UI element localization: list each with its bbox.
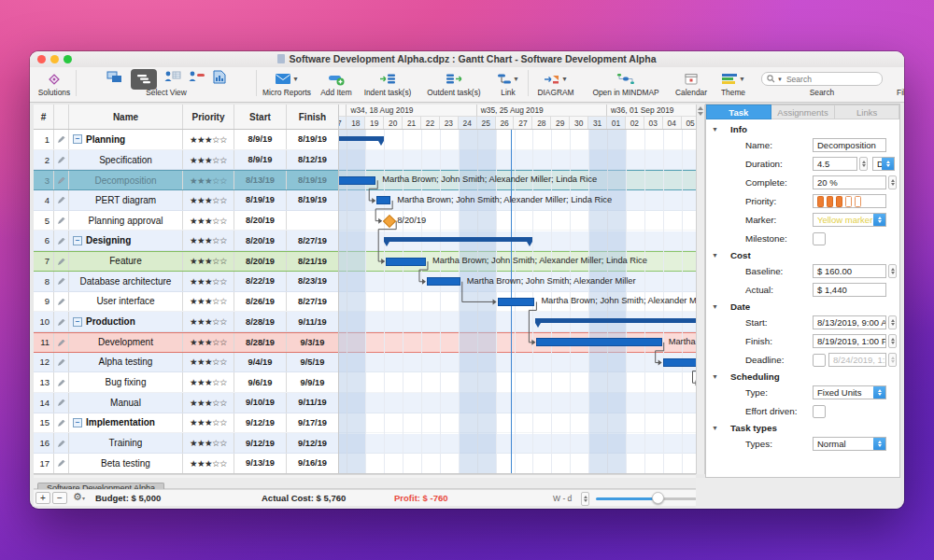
- task-types-select[interactable]: Normal: [813, 437, 886, 451]
- search-input[interactable]: [785, 74, 877, 85]
- col-header-num[interactable]: #: [34, 105, 54, 129]
- zoom-slider-track[interactable]: [658, 497, 697, 500]
- baseline-field[interactable]: $ 160.00: [813, 264, 886, 278]
- view-dashboard-button[interactable]: [106, 70, 123, 88]
- assignment-label: Martha Brown; John Smith; Alexander Mill…: [467, 276, 636, 286]
- task-bar[interactable]: [386, 258, 426, 266]
- status-bar: + − ⚙▾ Budget: $ 5,000 Actual Cost: $ 5,…: [34, 489, 696, 506]
- table-row[interactable]: 6 −Designing ★★★☆☆ 8/20/19 8/27/19: [34, 231, 338, 251]
- priority-field[interactable]: [813, 194, 886, 208]
- start-date-field[interactable]: 8/13/2019, 9:00 AM: [813, 315, 886, 329]
- duration-stepper[interactable]: [859, 157, 868, 171]
- duration-field[interactable]: 4.5: [813, 157, 857, 171]
- complete-field[interactable]: 20 %: [813, 175, 886, 189]
- collapse-group-icon[interactable]: −: [73, 418, 82, 427]
- table-row[interactable]: 10 −Production ★★★☆☆ 8/28/19 9/11/19: [34, 312, 338, 332]
- search-input-box[interactable]: ▼: [761, 72, 883, 86]
- collapse-group-icon[interactable]: −: [73, 134, 82, 144]
- complete-stepper[interactable]: [888, 175, 897, 189]
- name-field[interactable]: Decomposition: [813, 138, 886, 152]
- filter-mode-button[interactable]: Filter Mode: [890, 69, 904, 97]
- table-row[interactable]: 5 Planning approval ★★★☆☆ 8/20/19: [34, 211, 338, 231]
- section-info[interactable]: ▼Info: [706, 124, 897, 134]
- table-row[interactable]: 8 Database architecture ★★★☆☆ 8/22/19 8/…: [34, 272, 338, 292]
- view-resources-button[interactable]: [164, 70, 181, 88]
- duration-unit-select[interactable]: Day(s): [872, 157, 895, 171]
- col-header-name[interactable]: Name: [69, 105, 183, 129]
- remove-task-button[interactable]: −: [52, 492, 67, 504]
- table-row[interactable]: 7 Feature ★★★☆☆ 8/20/19 8/21/19: [34, 251, 338, 272]
- marker-select[interactable]: Yellow marker: [813, 213, 886, 227]
- open-in-mindmap-button[interactable]: Open in MINDMAP: [582, 69, 670, 97]
- section-date[interactable]: ▼Date: [706, 301, 897, 312]
- zoom-slider-thumb[interactable]: [652, 492, 664, 504]
- theme-button[interactable]: ▼ Theme: [713, 69, 754, 97]
- view-assignments-button[interactable]: [189, 70, 205, 88]
- tab-task[interactable]: Task: [706, 105, 771, 119]
- indent-tasks-button[interactable]: Indent task(s): [357, 69, 418, 97]
- task-bar[interactable]: [376, 196, 390, 204]
- table-row[interactable]: 17 Beta testing ★★★☆☆ 9/13/19 9/16/19: [34, 454, 338, 474]
- table-row[interactable]: 16 Training ★★★☆☆ 9/12/19 9/12/19: [34, 433, 338, 454]
- section-cost[interactable]: ▼Cost: [706, 250, 897, 260]
- view-reports-button[interactable]: [213, 70, 226, 88]
- table-row[interactable]: 3 Decomposition ★★★☆☆ 8/13/19 8/19/19: [34, 170, 338, 190]
- profit-value: Profit: $ -760: [394, 493, 448, 503]
- col-header-edit[interactable]: [54, 105, 69, 129]
- finish-date-field[interactable]: 8/19/2019, 1:00 PM: [813, 334, 886, 348]
- view-gantt-button-selected[interactable]: [131, 69, 157, 90]
- scheduling-type-select[interactable]: Fixed Units: [813, 385, 886, 399]
- table-row[interactable]: 13 Bug fixing ★★★☆☆ 9/6/19 9/9/19: [34, 372, 338, 393]
- task-bar[interactable]: [427, 277, 460, 286]
- add-task-button[interactable]: +: [35, 492, 50, 504]
- finish-date-stepper[interactable]: [888, 334, 897, 348]
- tab-links[interactable]: Links: [835, 105, 899, 119]
- task-bar[interactable]: [339, 176, 375, 185]
- diagram-button[interactable]: ▼ DIAGRAM: [530, 69, 582, 97]
- solutions-button[interactable]: Solutions: [34, 69, 75, 97]
- section-scheduling[interactable]: ▼Scheduling: [706, 371, 897, 382]
- day-header-cell: 20: [384, 117, 403, 129]
- table-row[interactable]: 9 User interface ★★★☆☆ 8/26/19 8/27/19: [34, 292, 338, 313]
- table-row[interactable]: 1 −Planning ★★★☆☆ 8/9/19 8/19/19: [34, 130, 338, 150]
- deadline-checkbox[interactable]: [813, 354, 826, 367]
- search-scope-chevron[interactable]: ▼: [777, 77, 783, 82]
- gear-icon[interactable]: ⚙▾: [73, 491, 85, 503]
- col-header-finish[interactable]: Finish: [287, 105, 338, 129]
- outdent-tasks-button[interactable]: Outdent task(s): [418, 69, 489, 97]
- table-row[interactable]: 14 Manual ★★★☆☆ 9/10/19 9/11/19: [34, 393, 338, 413]
- deadline-date-field[interactable]: 8/24/2019, 1:29 PM: [828, 353, 886, 367]
- effort-driven-checkbox[interactable]: [813, 405, 826, 418]
- col-header-start[interactable]: Start: [234, 105, 287, 129]
- actual-cost-field[interactable]: $ 1,440: [813, 283, 886, 297]
- link-button[interactable]: ▼ Link: [489, 69, 527, 97]
- toolbar-separator: [528, 70, 529, 96]
- summary-bar[interactable]: [384, 237, 532, 242]
- task-bar[interactable]: [536, 338, 661, 346]
- tab-assignments[interactable]: Assignments: [771, 105, 836, 119]
- section-task-types[interactable]: ▼Task types: [706, 423, 897, 433]
- table-row[interactable]: 2 Specification ★★★☆☆ 8/9/19 8/12/19: [34, 150, 338, 171]
- edit-pencil-icon: [57, 317, 66, 327]
- vertical-scrollbar[interactable]: [696, 105, 705, 474]
- deadline-label: Deadline:: [706, 355, 813, 365]
- col-header-priority[interactable]: Priority: [183, 105, 234, 129]
- collapse-group-icon[interactable]: −: [73, 317, 82, 327]
- table-row[interactable]: 15 −Implementation ★★★☆☆ 9/12/19 9/17/19: [34, 413, 338, 434]
- calendar-button[interactable]: Calendar: [670, 69, 713, 97]
- add-item-button[interactable]: Add Item: [316, 69, 357, 97]
- milestone-checkbox[interactable]: [813, 232, 826, 245]
- start-date-stepper[interactable]: [888, 315, 897, 329]
- baseline-stepper[interactable]: [888, 264, 897, 278]
- micro-reports-button[interactable]: ▼ Micro Reports: [258, 69, 316, 97]
- task-bar[interactable]: [663, 358, 696, 367]
- task-bar[interactable]: [498, 298, 535, 306]
- zoom-slider-track-filled[interactable]: [596, 497, 658, 500]
- zoom-stepper[interactable]: [581, 492, 589, 506]
- summary-bar[interactable]: [339, 136, 384, 141]
- summary-bar[interactable]: [535, 318, 696, 323]
- table-row[interactable]: 11 Development ★★★☆☆ 8/28/19 9/3/19: [34, 332, 338, 353]
- table-row[interactable]: 12 Alpha testing ★★★☆☆ 9/4/19 9/5/19: [34, 353, 338, 373]
- collapse-group-icon[interactable]: −: [73, 236, 82, 245]
- table-row[interactable]: 4 PERT diagram ★★★☆☆ 8/19/19 8/19/19: [34, 190, 338, 211]
